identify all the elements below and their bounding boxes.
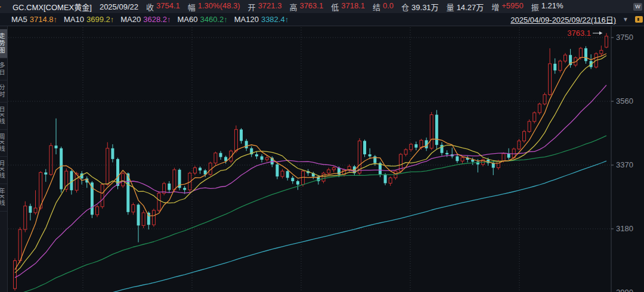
sidebar-item[interactable]: 年K线 [0, 184, 8, 212]
candle [111, 144, 114, 162]
quote-field: 幅1.30%(48.3) [188, 1, 240, 13]
candle [245, 139, 248, 151]
chevron-down-icon[interactable]: ▼ [623, 16, 628, 23]
quote-field: 增+5950 [491, 1, 524, 13]
sidebar-item-label: 走势图 [0, 29, 6, 58]
ma-legend-item: MA1203382.4↑ [234, 15, 289, 24]
quote-field: 高3763.1 [289, 1, 323, 13]
field-label: 幅 [188, 1, 196, 13]
candle [234, 126, 237, 153]
symbol-name: GC.CMX[COMEX黄金] [13, 1, 92, 13]
candle [461, 156, 464, 163]
candle [163, 182, 166, 195]
y-axis-label: 3370 [616, 160, 633, 169]
candle [85, 176, 88, 188]
field-value: 1.21% [541, 1, 564, 13]
candle [178, 169, 181, 191]
candle [230, 150, 233, 163]
candle [286, 170, 289, 181]
gold-badge-icon[interactable] [635, 16, 643, 23]
candle [261, 154, 264, 163]
candle [399, 153, 402, 173]
candle [590, 54, 593, 69]
candle [538, 102, 541, 114]
candle [369, 148, 371, 159]
ma-lines [15, 54, 606, 292]
candlestick-chart[interactable]: 375035603370318029903763.1 [0, 0, 644, 292]
ma-value: 3699.2↑ [86, 15, 114, 24]
crosshair-icon[interactable]: + [0, 15, 5, 24]
y-axis-label: 3180 [616, 224, 633, 233]
candle [410, 143, 413, 152]
field-label: 量 [447, 1, 454, 13]
candle [327, 168, 330, 175]
candle [122, 172, 125, 188]
date-range-selector[interactable]: 2025/04/09-2025/09/22(116日) [510, 14, 616, 25]
candle [106, 142, 109, 186]
candle [363, 139, 366, 157]
candle [250, 146, 253, 157]
ma-legend-item: MA53714.8↑ [11, 15, 57, 24]
y-axis-label: 3750 [616, 33, 633, 42]
candle [296, 180, 299, 190]
candle [404, 148, 407, 157]
candle [569, 49, 572, 68]
candle [65, 169, 68, 192]
sidebar-item[interactable]: 日K线 [0, 102, 8, 130]
field-value: +5950 [501, 1, 524, 13]
last-price-annotation: 3763.1 [567, 29, 602, 38]
ma-label: MA120 [234, 15, 259, 24]
ma-value: 3628.2↑ [143, 15, 171, 24]
candle [584, 46, 587, 64]
candle [55, 119, 58, 154]
chart-type-sidebar: 走势图多日分时日K线周K线月K线年K线 [0, 26, 8, 292]
ma-legend-item: MA603460.2↑ [177, 15, 227, 24]
candle [240, 128, 243, 144]
candle [291, 176, 294, 184]
candle [29, 204, 32, 220]
quote-bar: ✦ GC.CMX[COMEX黄金] 2025/09/22 收3754.1幅1.3… [0, 0, 644, 13]
candle [435, 110, 438, 149]
candle [564, 53, 566, 63]
ma-label: MA5 [11, 15, 27, 24]
sidebar-item[interactable]: 周K线 [0, 130, 8, 157]
ma-line-ma10 [15, 55, 606, 273]
sidebar-item[interactable]: 多日 [0, 58, 8, 80]
candle [414, 142, 417, 151]
ma-values: MA53714.8↑MA103699.2↑MA203628.2↑MA603460… [11, 15, 289, 24]
candle [518, 139, 521, 150]
candle [466, 156, 469, 162]
window-icon[interactable]: W [633, 3, 642, 11]
sidebar-item-label: 周K线 [0, 130, 6, 157]
candle [101, 183, 104, 209]
candle [492, 160, 495, 175]
field-value: 3721.3 [258, 1, 282, 13]
ma-label: MA60 [177, 15, 197, 24]
field-label: 振 [531, 1, 539, 13]
sidebar-item[interactable]: 分时 [0, 80, 8, 102]
candle [142, 210, 145, 228]
field-value: 0.0 [383, 1, 394, 13]
candle [533, 111, 536, 123]
star-icon[interactable]: ✦ [0, 2, 5, 11]
candle [157, 191, 160, 212]
sidebar-item-label: 多日 [0, 58, 6, 80]
quote-field: 仓39.31万 [401, 1, 439, 13]
quote-date: 2025/09/22 [100, 2, 138, 11]
sidebar-item[interactable]: 月K线 [0, 157, 8, 184]
quote-field: 结0.0 [373, 1, 394, 13]
field-label: 开 [248, 1, 256, 13]
candle [265, 156, 268, 161]
candle [24, 201, 27, 232]
y-axis-label: 3560 [616, 97, 633, 105]
candle [600, 46, 603, 57]
quote-fields: 收3754.1幅1.30%(48.3)开3721.3高3763.1低3718.1… [146, 1, 564, 13]
candle [152, 209, 155, 226]
sidebar-item[interactable]: 走势图 [0, 29, 8, 58]
field-value: 1.30%(48.3) [198, 1, 240, 13]
field-value: 14.27万 [457, 1, 484, 13]
candle [389, 176, 392, 186]
sidebar-item-label: 月K线 [0, 157, 6, 184]
ma-label: MA10 [64, 15, 84, 24]
candle [137, 203, 140, 242]
